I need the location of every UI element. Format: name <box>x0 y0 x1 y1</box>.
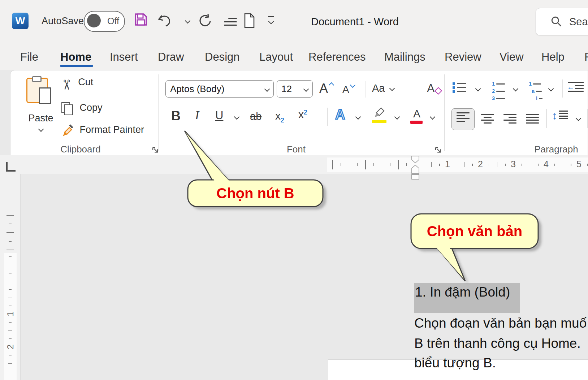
redo-button[interactable] <box>197 12 214 31</box>
clipboard-group-label: Clipboard <box>57 144 104 155</box>
shrink-font-label: A <box>342 84 349 95</box>
format-painter-icon <box>61 123 75 137</box>
ruler-tick <box>9 322 12 323</box>
multilevel-list-button[interactable]: 1 a i <box>527 79 542 103</box>
tab-design[interactable]: Design <box>205 51 240 64</box>
ruler-tick <box>8 298 12 298</box>
text-effects-button[interactable]: A <box>335 107 345 122</box>
multilevel-mark: a <box>530 88 535 94</box>
tab-references[interactable]: References <box>308 51 366 64</box>
tab-layout[interactable]: Layout <box>259 51 293 64</box>
paste-dropdown-chevron-icon[interactable] <box>38 126 44 132</box>
document-line[interactable]: Chọn đoạn văn bản bạn muố <box>414 315 587 332</box>
undo-button[interactable] <box>156 12 173 31</box>
paste-label: Paste <box>21 113 61 124</box>
grow-font-button[interactable]: A <box>319 81 333 96</box>
paste-button[interactable]: Paste <box>21 76 61 134</box>
copy-label: Copy <box>79 102 102 113</box>
multilevel-mark: i <box>533 95 537 101</box>
redo-icon <box>197 12 214 30</box>
word-logo-icon[interactable]: W <box>12 13 29 29</box>
tab-insert[interactable]: Insert <box>110 51 138 64</box>
hanging-indent-marker <box>412 165 419 173</box>
search-text: Sea <box>569 16 588 28</box>
ruler-tick <box>7 215 14 216</box>
line-spacing-button[interactable]: ↕ <box>552 109 568 122</box>
h-ruler-number: 5 <box>576 159 582 169</box>
document-line[interactable]: B trên thanh công cụ Home. <box>414 335 581 352</box>
align-left-button[interactable] <box>451 108 475 130</box>
clipboard-sheet-icon <box>39 87 51 104</box>
line-spacing-lines-icon <box>559 109 568 121</box>
tab-draw[interactable]: Draw <box>158 51 184 64</box>
decrease-indent-button[interactable]: ← <box>568 80 584 94</box>
justify-button[interactable] <box>526 112 539 125</box>
underline-button[interactable]: U <box>215 109 223 122</box>
tab-file[interactable]: File <box>20 51 38 64</box>
italic-button[interactable]: I <box>195 108 199 122</box>
align-right-button[interactable] <box>503 112 516 125</box>
bold-button[interactable]: B <box>171 108 181 124</box>
active-tab-underline <box>60 65 93 67</box>
autosave-toggle[interactable]: Off <box>84 11 125 32</box>
change-case-button[interactable]: Aa <box>372 82 394 94</box>
document-line[interactable]: biểu tượng B. <box>414 355 496 371</box>
save-icon <box>133 12 149 27</box>
ruler-tick <box>8 363 12 364</box>
ruler-tick <box>439 164 440 166</box>
font-dialog-launcher-icon[interactable] <box>434 146 442 154</box>
selected-text-highlight[interactable]: 1. In đậm (Bold) <box>414 283 520 313</box>
subscript-base: x <box>275 110 281 122</box>
tab-view[interactable]: View <box>500 51 524 64</box>
bullets-button[interactable] <box>453 81 466 94</box>
superscript-base: x <box>298 108 304 120</box>
new-document-button[interactable] <box>241 12 257 30</box>
indent-markers[interactable] <box>410 155 420 181</box>
menu-line <box>224 25 237 26</box>
callout-select-text-text: Chọn văn bản <box>411 214 538 249</box>
highlight-color-button[interactable] <box>372 105 388 123</box>
tab-help[interactable]: Help <box>541 51 565 64</box>
strikethrough-button[interactable]: ab <box>250 111 261 122</box>
copy-button[interactable]: Copy <box>61 102 102 116</box>
tab-review[interactable]: Review <box>445 51 481 64</box>
bold-label: B <box>171 108 181 123</box>
text-effects-label: A <box>335 107 345 122</box>
subscript-button[interactable]: x2 <box>275 110 284 124</box>
tab-mailings[interactable]: Mailings <box>384 51 425 64</box>
ruler-tick <box>9 338 12 339</box>
ruler-tick <box>9 273 12 273</box>
customize-toolbar-button[interactable] <box>268 16 274 25</box>
font-size-combobox[interactable]: 12 <box>277 80 313 98</box>
menu-lines-button[interactable] <box>224 16 237 28</box>
underline-label: U <box>215 109 223 122</box>
clear-formatting-button[interactable]: A <box>427 82 443 95</box>
ruler-tick <box>9 224 12 224</box>
align-center-button[interactable] <box>481 112 494 125</box>
new-document-icon <box>241 12 257 29</box>
font-group-label: Font <box>278 144 314 155</box>
clipboard-clip-icon <box>32 76 42 82</box>
tab-selector-button[interactable] <box>6 162 16 172</box>
indent-arrow-icon: ← <box>567 83 574 91</box>
document-heading[interactable]: 1. In đậm (Bold) <box>414 283 520 301</box>
font-color-button[interactable]: A <box>410 108 423 124</box>
tab-home[interactable]: Home <box>60 51 91 64</box>
font-name-combobox[interactable]: Aptos (Body) <box>165 80 274 98</box>
cut-button[interactable]: ✂ Cut <box>61 77 93 93</box>
save-button[interactable] <box>133 12 149 29</box>
search-box[interactable]: Sea <box>536 8 588 35</box>
superscript-button[interactable]: x2 <box>298 108 307 121</box>
numbering-button[interactable]: 1 2 3 <box>490 79 505 103</box>
eraser-icon <box>434 87 442 95</box>
ruler-tick <box>489 164 489 166</box>
numbering-mark: 2 <box>490 88 495 94</box>
tab-partial[interactable]: F <box>584 51 588 64</box>
h-ruler-number: 4 <box>543 159 549 169</box>
small-divider <box>327 108 328 126</box>
format-painter-button[interactable]: Format Painter <box>61 123 144 139</box>
shrink-font-button[interactable]: A <box>342 84 355 95</box>
undo-dropdown-chevron-icon[interactable] <box>185 18 191 24</box>
menu-line <box>224 21 237 22</box>
left-indent-marker <box>412 174 419 179</box>
